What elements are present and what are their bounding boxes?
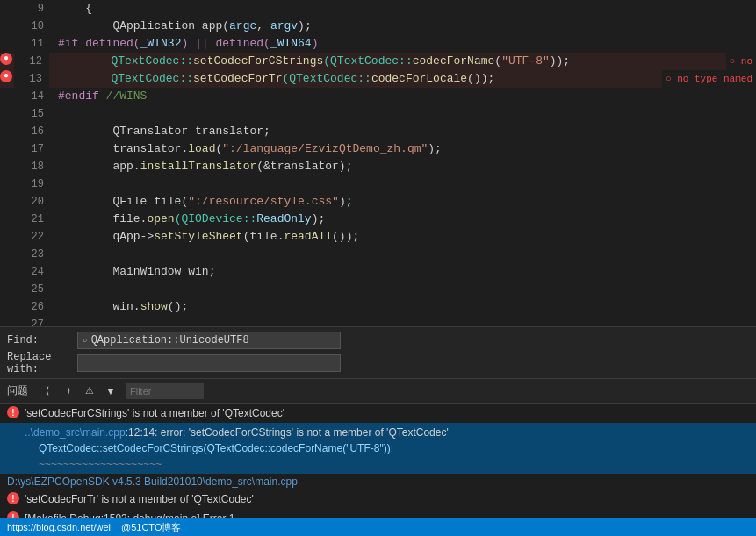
problems-panel: 问题 ⟨ ⟩ ⚠ ▼ ! 'setCodecForCStrings' is no… [0, 378, 756, 518]
line-number: 22 [16, 228, 51, 246]
problems-nav-right[interactable]: ⟩ [60, 383, 77, 399]
line-content: { [51, 0, 756, 18]
error-icon-4: ! [7, 511, 19, 518]
code-line-21: 21 file.open(QIODevice::ReadOnly); [0, 211, 756, 228]
file-path-item[interactable]: D:\ys\EZPCOpenSDK v4.5.3 Build201010\dem… [0, 474, 756, 490]
find-input[interactable] [91, 334, 336, 347]
panel-title: 问题 [7, 383, 28, 398]
problem-text-2: 'setCodecForTr' is not a member of 'QTex… [25, 491, 749, 507]
problems-warning-filter[interactable]: ⚠ [81, 383, 98, 399]
problems-nav-left[interactable]: ⟨ [39, 383, 56, 399]
line-number: 25 [16, 281, 51, 298]
error-marker: ● [0, 70, 12, 82]
line-content: translator.load(":/language/EzvizQtDemo_… [51, 140, 756, 158]
error-marker: ● [0, 53, 12, 65]
line-content: QApplication app(argc, argv); [51, 18, 756, 35]
replace-input-wrapper [77, 354, 341, 372]
line-number: 12 [14, 53, 49, 70]
code-editor: 9 {10 QApplication app(argc, argv);11#if… [0, 0, 756, 326]
panel-header: 问题 ⟨ ⟩ ⚠ ▼ [0, 379, 756, 404]
line-content: app.installTranslator(&translator); [51, 158, 756, 175]
line-number: 21 [16, 211, 51, 228]
code-lines: 9 {10 QApplication app(argc, argv);11#if… [0, 0, 756, 326]
find-input-wrapper: ⌕ [77, 332, 341, 349]
line-content: QTextCodec::setCodecForTr(QTextCodec::co… [49, 70, 655, 88]
line-number: 19 [16, 175, 51, 193]
code-line-13: ●13 QTextCodec::setCodecForTr(QTextCodec… [0, 70, 756, 88]
problems-sort[interactable]: ▼ [102, 383, 119, 399]
line-content: file.open(QIODevice::ReadOnly); [51, 211, 756, 228]
line-content: #endif //WINS [51, 88, 756, 105]
error-icon-3: ! [7, 492, 19, 504]
code-line-23: 23 [0, 246, 756, 263]
line-number: 13 [14, 70, 49, 88]
line-content: qApp->setStyleSheet(file.readAll()); [51, 228, 756, 246]
problems-list: ! 'setCodecForCStrings' is not a member … [0, 404, 756, 518]
problem-item[interactable]: ! 'setCodecForCStrings' is not a member … [0, 404, 756, 423]
line-content: QTextCodec::setCodecForCStrings(QTextCod… [49, 53, 719, 70]
status-extra: @51CTO博客 [121, 521, 181, 534]
line-number: 24 [16, 263, 51, 281]
line-number: 11 [16, 35, 51, 53]
code-line-22: 22 qApp->setStyleSheet(file.readAll()); [0, 228, 756, 246]
find-label: Find: [7, 334, 77, 347]
code-line-16: 16 QTranslator translator; [0, 123, 756, 140]
status-url: https://blog.csdn.net/wei [7, 522, 111, 532]
code-line-17: 17 translator.load(":/language/EzvizQtDe… [0, 140, 756, 158]
inline-error-msg: ○ no [726, 53, 756, 70]
line-number: 27 [16, 316, 51, 326]
code-line-25: 25 [0, 281, 756, 298]
code-line-12: ●12 QTextCodec::setCodecForCStrings(QTex… [0, 53, 756, 70]
search-icon: ⌕ [82, 335, 88, 347]
line-content: QFile file(":/resource/style.css"); [51, 193, 756, 211]
code-line-18: 18 app.installTranslator(&translator); [0, 158, 756, 175]
code-line-26: 26 win.show(); [0, 298, 756, 316]
line-number: 16 [16, 123, 51, 140]
line-number: 10 [16, 18, 51, 35]
line-number: 17 [16, 140, 51, 158]
line-number: 23 [16, 246, 51, 263]
code-line-9: 9 { [0, 0, 756, 18]
code-line-19: 19 [0, 175, 756, 193]
filter-input[interactable] [130, 386, 200, 397]
problem-text: 'setCodecForCStrings' is not a member of… [25, 405, 749, 421]
find-replace-bar: Find: ⌕ Replace with: [0, 326, 756, 378]
problem-item-2[interactable]: ! 'setCodecForTr' is not a member of 'QT… [0, 490, 756, 509]
code-line-10: 10 QApplication app(argc, argv); [0, 18, 756, 35]
code-line-20: 20 QFile file(":/resource/style.css"); [0, 193, 756, 211]
code-line-24: 24 MainWindow win; [0, 263, 756, 281]
line-content: #if defined(_WIN32) || defined(_WIN64) [51, 35, 756, 53]
line-number: 18 [16, 158, 51, 175]
code-line-27: 27 [0, 316, 756, 326]
line-number: 15 [16, 105, 51, 123]
line-content: MainWindow win; [51, 263, 756, 281]
line-number: 20 [16, 193, 51, 211]
filter-input-wrapper [126, 383, 204, 399]
replace-label: Replace with: [7, 351, 77, 375]
problem-item-3[interactable]: ! [Makefile.Debug:1593: debug/main.o] Er… [0, 509, 756, 518]
problem-detail-text: ..\demo_src\main.cpp:12:14: error: 'setC… [25, 425, 749, 472]
panel-toolbar: ⟨ ⟩ ⚠ ▼ [39, 383, 204, 399]
code-line-11: 11#if defined(_WIN32) || defined(_WIN64) [0, 35, 756, 53]
problem-text-3: [Makefile.Debug:1593: debug/main.o] Erro… [25, 511, 749, 518]
line-content: win.show(); [51, 298, 756, 316]
error-icon: ! [7, 406, 19, 418]
status-bar: https://blog.csdn.net/wei @51CTO博客 [0, 518, 756, 536]
file-path-text: D:\ys\EZPCOpenSDK v4.5.3 Build201010\dem… [7, 475, 298, 488]
line-number: 14 [16, 88, 51, 105]
replace-input[interactable] [82, 357, 336, 369]
code-line-15: 15 [0, 105, 756, 123]
line-number: 26 [16, 298, 51, 316]
inline-error-msg: ○ no type named [662, 70, 756, 88]
problem-item-detail[interactable]: ! ..\demo_src\main.cpp:12:14: error: 'se… [0, 423, 756, 474]
code-line-14: 14#endif //WINS [0, 88, 756, 105]
line-content: QTranslator translator; [51, 123, 756, 140]
line-number: 9 [16, 0, 51, 18]
